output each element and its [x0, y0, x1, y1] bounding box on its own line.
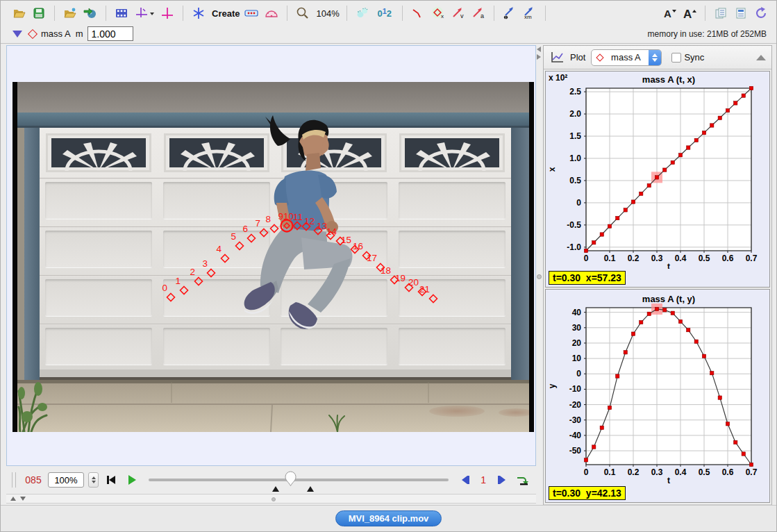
plot-y-readout: t=0.30 y=42.13 [549, 486, 626, 500]
slider-thumb[interactable] [285, 471, 296, 487]
svg-text:mass A (t, x): mass A (t, x) [642, 74, 695, 85]
sync-checkbox[interactable] [671, 53, 681, 63]
track-point-step-6[interactable]: 6 [242, 224, 255, 242]
expand-down-icon[interactable] [20, 497, 26, 501]
smaller-font-icon[interactable]: A [661, 5, 678, 22]
svg-text:mass A (t, y): mass A (t, y) [642, 294, 695, 304]
svg-text:0.4: 0.4 [675, 467, 687, 477]
svg-text:0.3: 0.3 [651, 467, 663, 477]
trails-icon[interactable] [410, 5, 426, 22]
track-point-step-1[interactable]: 1 [175, 276, 187, 294]
svg-text:t: t [667, 476, 670, 484]
accelerations-icon[interactable]: a [470, 5, 487, 22]
create-button-label[interactable]: Create [212, 8, 240, 19]
open-library-icon[interactable] [62, 5, 78, 22]
sync-checkbox-group[interactable]: Sync [671, 52, 704, 63]
pane-divider[interactable] [536, 45, 543, 514]
loop-button[interactable] [514, 472, 530, 488]
svg-text:A: A [664, 8, 671, 19]
bigger-font-icon[interactable]: A [681, 5, 698, 22]
step-size-label[interactable]: 1 [478, 474, 489, 485]
track-select-dropdown[interactable]: mass A [591, 49, 662, 66]
footprints-icon[interactable] [354, 5, 371, 22]
selected-track-label: mass A [603, 52, 649, 63]
track-points-overlay[interactable]: 0123456789101112131415161718192021 [12, 82, 534, 432]
track-point-step-2[interactable]: 2 [190, 267, 202, 285]
step-forward-button[interactable] [493, 472, 510, 488]
zoom-level-label[interactable]: 104% [316, 8, 339, 19]
positions-icon[interactable]: x [430, 5, 446, 22]
expand-up-icon[interactable] [10, 497, 16, 501]
svg-text:t: t [667, 262, 670, 269]
divider-dot-handle[interactable] [537, 274, 542, 279]
dropdown-spinner-icon [649, 49, 661, 66]
velocities-icon[interactable]: v [450, 5, 467, 22]
track-point-step-21[interactable]: 21 [419, 284, 437, 303]
data-builder-icon[interactable] [733, 5, 749, 22]
mass-value-input[interactable] [87, 26, 133, 41]
svg-text:2.0: 2.0 [569, 109, 581, 119]
track-diamond-icon[interactable] [28, 28, 37, 38]
svg-text:0.5: 0.5 [699, 253, 710, 263]
data-tool-icon[interactable] [712, 5, 729, 22]
video-canvas[interactable]: 0123456789101112131415161718192021 [12, 82, 534, 432]
track-point-step-0[interactable]: 0 [162, 283, 174, 301]
stretch-vectors-icon[interactable] [501, 5, 518, 22]
in-point-marker[interactable] [272, 486, 279, 492]
svg-text:y: y [547, 383, 557, 388]
stretch-momenta-icon[interactable]: xm [521, 5, 538, 22]
create-icon[interactable] [190, 5, 207, 22]
svg-text:12: 12 [304, 216, 315, 226]
calibration-icon[interactable] [159, 5, 176, 22]
step-numbers-icon[interactable]: 012 [374, 5, 395, 22]
svg-text:0.7: 0.7 [746, 467, 758, 477]
import-icon[interactable] [82, 5, 99, 22]
axes-icon[interactable] [133, 5, 156, 22]
plot-y-canvas[interactable]: 00.10.20.30.40.50.60.7-50-40-30-20-10010… [546, 290, 771, 484]
protractor-icon[interactable] [263, 5, 280, 22]
player-zoom-spinner[interactable] [88, 472, 99, 488]
step-back-button[interactable] [457, 472, 474, 488]
tape-measure-icon[interactable] [243, 5, 260, 22]
svg-text:2: 2 [190, 267, 195, 277]
tab-bar: MVI_8964 clip.mov [1, 505, 776, 531]
svg-text:3: 3 [202, 258, 208, 269]
svg-text:-1.0: -1.0 [567, 242, 581, 252]
player-grip[interactable] [12, 472, 16, 488]
maximize-panel-icon[interactable] [756, 55, 766, 60]
svg-text:20: 20 [572, 338, 582, 348]
plot-view-icon[interactable] [549, 51, 565, 65]
track-point-step-5[interactable]: 5 [231, 231, 243, 250]
svg-text:0.3: 0.3 [651, 253, 663, 263]
frame-slider[interactable] [149, 469, 449, 490]
plot-x-canvas[interactable]: 00.10.20.30.40.50.60.7-1.0-0.500.51.01.5… [546, 72, 771, 269]
play-button[interactable] [124, 472, 140, 488]
refresh-icon[interactable] [753, 5, 769, 22]
track-point-step-3[interactable]: 3 [202, 258, 215, 277]
svg-text:17: 17 [367, 253, 377, 263]
zoom-icon[interactable] [294, 5, 311, 22]
track-point-step-4[interactable]: 4 [216, 244, 228, 263]
svg-text:18: 18 [381, 265, 391, 276]
svg-text:9: 9 [278, 211, 283, 222]
player-zoom-input[interactable] [48, 472, 84, 488]
track-point-step-8[interactable]: 8 [265, 214, 278, 233]
out-point-marker[interactable] [307, 486, 314, 492]
svg-text:-30: -30 [569, 415, 582, 425]
svg-text:1.0: 1.0 [569, 153, 581, 163]
svg-text:0: 0 [576, 198, 581, 208]
collapse-right-icon[interactable] [537, 54, 541, 60]
tab-mvi-clip[interactable]: MVI_8964 clip.mov [335, 510, 442, 526]
open-icon[interactable] [10, 5, 27, 22]
save-icon[interactable] [31, 5, 47, 22]
collapse-left-icon[interactable] [537, 47, 541, 52]
divider-handle[interactable] [271, 497, 276, 501]
track-name-label[interactable]: mass A [41, 28, 71, 39]
svg-text:0: 0 [584, 467, 589, 477]
svg-text:6: 6 [242, 224, 248, 234]
reset-button[interactable] [103, 472, 119, 488]
track-menu-icon[interactable] [10, 27, 24, 41]
svg-text:0: 0 [584, 253, 589, 263]
clip-settings-icon[interactable] [113, 5, 130, 22]
slider-track[interactable] [149, 479, 449, 481]
